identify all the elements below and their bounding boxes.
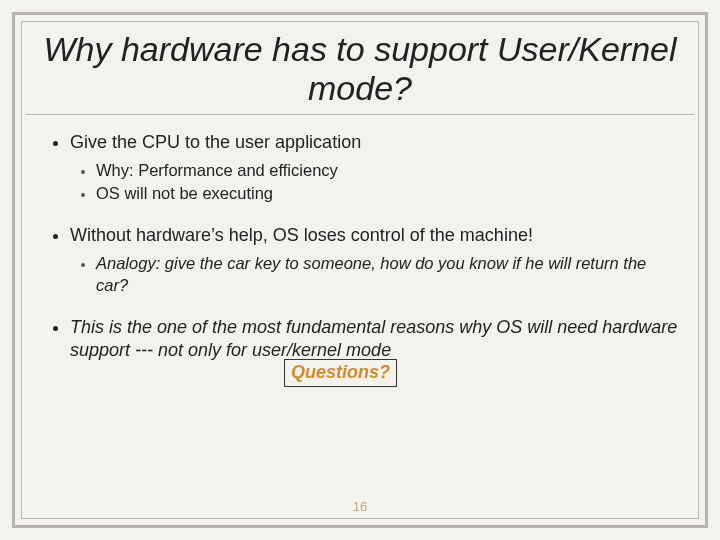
bullet-1-sub-2: OS will not be executing (96, 183, 678, 204)
bullet-2-text: Without hardware’s help, OS loses contro… (70, 225, 533, 245)
bullet-2-sub-1: Analogy: give the car key to someone, ho… (96, 253, 678, 295)
bullet-2: Without hardware’s help, OS loses contro… (70, 224, 678, 295)
slide: Why hardware has to support User/Kernel … (0, 0, 720, 540)
bullet-2-sublist: Analogy: give the car key to someone, ho… (70, 253, 678, 295)
frame-inner: Why hardware has to support User/Kernel … (21, 21, 699, 519)
bullet-1-text: Give the CPU to the user application (70, 132, 361, 152)
bullet-3: This is the one of the most fundamental … (70, 316, 678, 362)
bullet-1-sublist: Why: Performance and efficiency OS will … (70, 160, 678, 204)
frame-outer: Why hardware has to support User/Kernel … (12, 12, 708, 528)
slide-body: Give the CPU to the user application Why… (22, 115, 698, 362)
bullet-3-text: This is the one of the most fundamental … (70, 317, 677, 360)
bullet-1: Give the CPU to the user application Why… (70, 131, 678, 204)
page-number: 16 (22, 499, 698, 514)
questions-callout: Questions? (284, 359, 397, 387)
bullet-1-sub-1: Why: Performance and efficiency (96, 160, 678, 181)
slide-title: Why hardware has to support User/Kernel … (42, 30, 678, 108)
bullet-list: Give the CPU to the user application Why… (42, 131, 678, 362)
